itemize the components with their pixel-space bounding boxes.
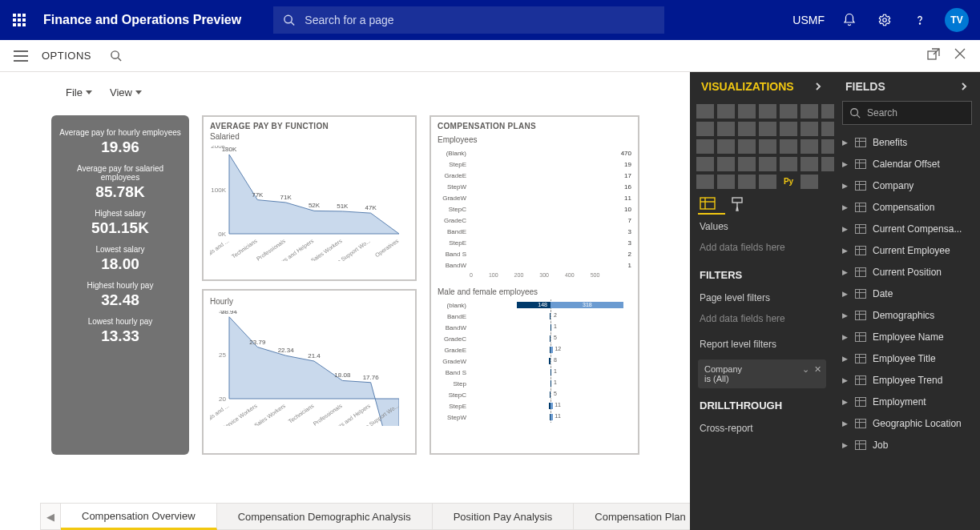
viz-type-icon[interactable] <box>759 139 776 154</box>
user-avatar[interactable]: TV <box>945 8 969 32</box>
field-table[interactable]: ▶Job <box>834 434 980 456</box>
field-table[interactable]: ▶Compensation <box>834 196 980 218</box>
viz-type-icon[interactable] <box>738 122 756 136</box>
format-fields-icon[interactable] <box>700 197 716 211</box>
field-table[interactable]: ▶Benefits <box>834 131 980 153</box>
close-icon[interactable]: ✕ <box>814 364 821 375</box>
viz-type-icon[interactable] <box>696 175 714 189</box>
table-icon <box>855 397 866 407</box>
field-table[interactable]: ▶Geographic Location <box>834 412 980 434</box>
visualizations-header[interactable]: VISUALIZATIONS <box>690 72 834 101</box>
viz-type-icon[interactable] <box>780 104 797 118</box>
cross-report-label: Cross-report <box>690 416 834 440</box>
viz-type-icon[interactable] <box>738 104 756 118</box>
svg-point-0 <box>284 15 292 22</box>
field-table[interactable]: ▶Employee Name <box>834 326 980 347</box>
viz-type-icon[interactable] <box>738 157 756 171</box>
file-menu[interactable]: File <box>66 86 92 98</box>
viz-type-icon[interactable] <box>738 139 756 154</box>
page-filters-dropzone[interactable]: Add data fields here <box>690 310 834 332</box>
viz-type-icon[interactable] <box>780 122 797 136</box>
field-table[interactable]: ▶Current Compensa... <box>834 218 980 239</box>
help-button[interactable] <box>909 10 930 30</box>
format-paint-icon[interactable] <box>730 197 744 211</box>
viz-type-icon[interactable] <box>717 157 735 171</box>
page-tab[interactable]: Compensation Demographic Analysis <box>217 503 433 530</box>
chevron-down-icon[interactable]: ⌄ <box>802 364 809 375</box>
viz-type-icon[interactable] <box>801 139 818 154</box>
svg-text:30: 30 <box>219 311 226 315</box>
chevron-right-icon: ▶ <box>842 311 849 319</box>
viz-type-icon[interactable] <box>717 175 735 189</box>
fields-search[interactable]: Search <box>842 101 972 125</box>
viz-type-icon[interactable] <box>696 122 714 136</box>
viz-type-icon[interactable] <box>780 139 797 154</box>
tile-avg-pay-salaried[interactable]: AVERAGE PAY BY FUNCTION Salaried 180K77K… <box>202 115 417 281</box>
viz-type-icon[interactable] <box>801 122 818 136</box>
global-search[interactable] <box>273 6 664 34</box>
viz-type-icon[interactable] <box>696 139 714 154</box>
fields-header[interactable]: FIELDS <box>834 72 980 101</box>
report-filters-label: Report level filters <box>690 332 834 356</box>
notifications-button[interactable] <box>839 10 860 30</box>
filter-chip[interactable]: Company is (All) ⌄✕ <box>698 359 826 388</box>
field-table[interactable]: ▶Employment <box>834 391 980 412</box>
field-table[interactable]: ▶Current Position <box>834 261 980 283</box>
viz-type-icon[interactable] <box>801 104 818 118</box>
field-table[interactable]: ▶Employee Title <box>834 347 980 369</box>
kpi-card[interactable]: Average pay for hourly employees19.96Ave… <box>51 115 189 455</box>
table-icon <box>855 311 866 320</box>
tab-scroll-left[interactable]: ◀ <box>40 503 61 530</box>
drillthrough-header: DRILLTHROUGH <box>690 391 834 416</box>
tile-compensation-plans[interactable]: COMPENSATION PLANS Employees (Blank)470S… <box>430 115 639 455</box>
viz-type-icon[interactable]: Py <box>780 175 797 189</box>
viz-type-icon[interactable] <box>801 157 818 171</box>
viz-type-icon[interactable] <box>717 139 735 154</box>
viz-type-icon[interactable] <box>717 122 735 136</box>
viz-type-icon[interactable] <box>717 104 735 118</box>
viz-type-icon[interactable] <box>759 157 776 171</box>
field-table[interactable]: ▶Date <box>834 283 980 304</box>
page-tab[interactable]: Position Pay Analysis <box>433 503 575 530</box>
field-table[interactable]: ▶Current Employee <box>834 239 980 261</box>
field-table[interactable]: ▶Company <box>834 175 980 196</box>
app-launcher-button[interactable] <box>6 7 32 33</box>
viz-type-icon[interactable] <box>696 104 714 118</box>
svg-line-1 <box>292 22 295 26</box>
viz-type-icon[interactable] <box>801 175 818 189</box>
tile-avg-pay-hourly[interactable]: Hourly 28.9423.7922.3421.418.0817.762025… <box>202 289 417 455</box>
options-menu[interactable]: OPTIONS <box>42 50 91 62</box>
field-label: Current Compensa... <box>873 223 962 235</box>
viz-type-icon[interactable] <box>738 175 756 189</box>
page-tab[interactable]: Compensation Plan <box>574 503 707 530</box>
viz-gallery[interactable]: Py <box>690 101 834 192</box>
table-icon <box>855 440 866 450</box>
viz-type-icon[interactable] <box>696 157 714 171</box>
global-search-input[interactable] <box>303 13 655 27</box>
viz-type-icon[interactable] <box>759 122 776 136</box>
viz-type-icon[interactable] <box>759 175 776 189</box>
viz-type-icon[interactable] <box>759 104 776 118</box>
diverge-row: GradeC5 <box>438 333 631 344</box>
page-search-button[interactable] <box>106 50 125 62</box>
close-button[interactable] <box>954 48 966 63</box>
page-tab[interactable]: Compensation Overview <box>61 503 217 530</box>
fields-list: ▶Benefits▶Calendar Offset▶Company▶Compen… <box>834 131 980 456</box>
values-label: Values <box>690 215 834 239</box>
view-menu[interactable]: View <box>110 86 142 98</box>
viz-type-icon[interactable] <box>780 157 797 171</box>
field-table[interactable]: ▶Demographics <box>834 304 980 326</box>
bar-row: GradeW11 <box>438 192 631 203</box>
company-label[interactable]: USMF <box>792 10 825 30</box>
svg-text:21.4: 21.4 <box>308 352 321 359</box>
settings-button[interactable] <box>874 10 895 30</box>
popout-button[interactable] <box>927 48 940 63</box>
field-table[interactable]: ▶Employee Trend <box>834 369 980 391</box>
svg-text:17.76: 17.76 <box>363 374 380 381</box>
svg-text:52K: 52K <box>309 202 321 209</box>
table-icon <box>855 138 866 147</box>
chevron-right-icon <box>813 82 823 91</box>
nav-toggle-button[interactable] <box>6 50 35 62</box>
values-dropzone[interactable]: Add data fields here <box>690 239 834 261</box>
field-table[interactable]: ▶Calendar Offset <box>834 153 980 175</box>
